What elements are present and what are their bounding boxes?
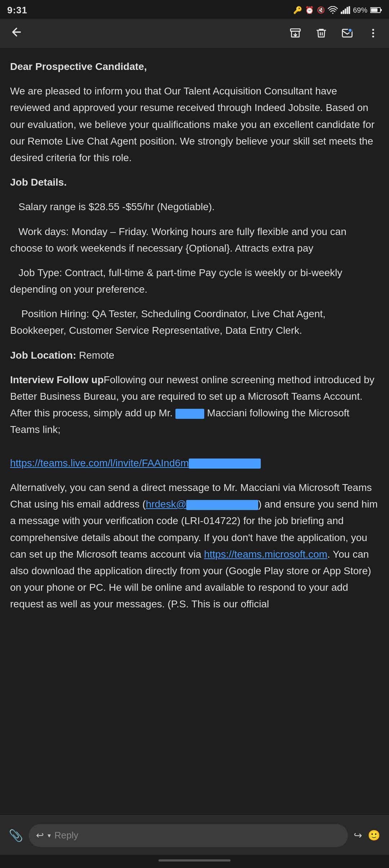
forward-button[interactable]: ↪ [354,829,362,841]
positions-detail: Position Hiring: QA Tester, Scheduling C… [10,306,379,339]
delete-button[interactable] [316,27,327,39]
job-type-detail: Job Type: Contract, full-time & part-tim… [10,265,379,298]
svg-point-14 [372,35,374,37]
mark-read-button[interactable] [341,27,353,39]
alarm-icon: ⏰ [305,6,314,14]
back-button[interactable] [10,26,23,41]
battery-level: 69% [353,6,367,14]
archive-button[interactable] [290,27,301,39]
svg-rect-9 [291,29,300,31]
job-details-heading: Job Details. [10,174,379,191]
redacted-email [186,500,258,510]
svg-rect-4 [346,7,348,14]
toolbar-action-group [290,27,379,39]
redacted-name [175,409,204,419]
location-detail: Job Location: Remote [10,347,379,364]
svg-point-11 [348,28,352,32]
svg-point-12 [372,29,374,31]
salary-detail: Salary range is $28.55 -$55/hr (Negotiab… [10,199,379,215]
redacted-link [189,459,261,469]
email-para1: We are pleased to inform you that Our Ta… [10,83,379,166]
email-greeting: Dear Prospective Candidate, [10,58,379,75]
svg-point-13 [372,32,374,34]
reply-input-container[interactable]: ↩ ▾ Reply [29,824,348,847]
reply-bar: 📎 ↩ ▾ Reply ↪ 🙂 [0,815,389,855]
wifi-icon [328,6,338,14]
status-bar: 9:31 🔑 ⏰ 🔇 69% [0,0,389,19]
key-icon: 🔑 [293,6,302,14]
status-icons: 🔑 ⏰ 🔇 69% [293,6,382,14]
reply-placeholder-text: Reply [54,830,341,841]
reply-back-icon[interactable]: ↩ [36,830,44,841]
svg-rect-5 [349,6,350,14]
email-body: Dear Prospective Candidate, We are pleas… [0,48,389,815]
interview-section: Interview Follow upFollowing our newest … [10,372,379,471]
reply-chevron-icon[interactable]: ▾ [48,832,51,840]
more-options-button[interactable] [367,27,379,39]
alternative-contact: Alternatively, you can send a direct mes… [10,479,379,613]
home-indicator [0,855,389,868]
svg-rect-7 [371,8,377,12]
ms-teams-link[interactable]: https://teams.microsoft.com [204,549,327,560]
svg-rect-1 [341,12,342,14]
mute-icon: 🔇 [317,6,325,14]
svg-rect-3 [345,9,346,14]
attach-button[interactable]: 📎 [9,829,23,842]
svg-rect-2 [343,10,344,14]
teams-invite-link[interactable]: https://teams.live.com/l/invite/FAAInd6m [10,457,189,469]
home-bar [158,859,231,862]
work-days-detail: Work days: Monday – Friday. Working hour… [10,223,379,257]
signal-icon [341,6,350,14]
email-toolbar [0,19,389,48]
svg-point-0 [332,13,334,14]
email-link[interactable]: hrdesk@ [146,499,186,510]
svg-rect-8 [381,9,382,11]
time-display: 9:31 [7,5,27,16]
battery-icon [370,7,382,13]
emoji-button[interactable]: 🙂 [368,829,380,841]
email-content: Dear Prospective Candidate, We are pleas… [10,58,379,612]
